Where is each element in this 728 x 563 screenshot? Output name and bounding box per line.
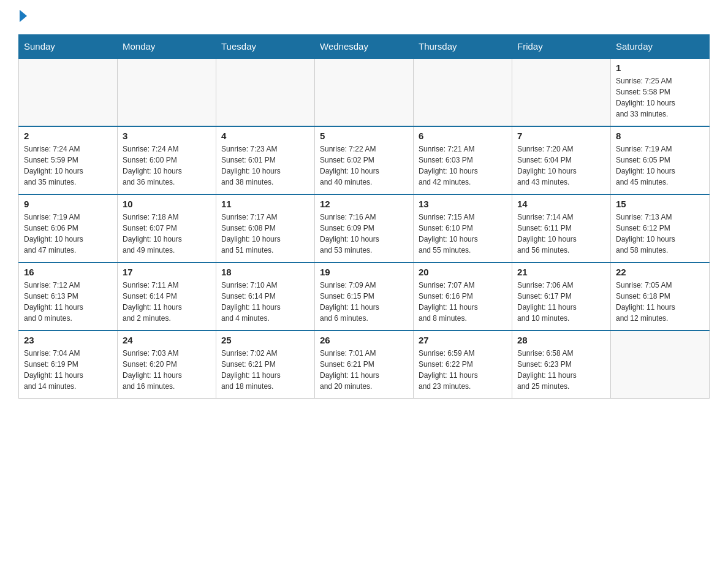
calendar-cell: 21Sunrise: 7:06 AMSunset: 6:17 PMDayligh… bbox=[512, 262, 611, 331]
calendar-cell bbox=[611, 331, 710, 399]
day-info: Sunrise: 7:24 AMSunset: 6:00 PMDaylight:… bbox=[123, 144, 211, 188]
calendar-cell bbox=[414, 58, 512, 126]
day-info: Sunrise: 7:09 AMSunset: 6:15 PMDaylight:… bbox=[320, 280, 408, 324]
day-number: 21 bbox=[517, 267, 605, 277]
calendar-cell bbox=[19, 58, 118, 126]
calendar-cell: 2Sunrise: 7:24 AMSunset: 5:59 PMDaylight… bbox=[19, 126, 118, 194]
calendar-cell: 6Sunrise: 7:21 AMSunset: 6:03 PMDaylight… bbox=[414, 126, 512, 194]
day-info: Sunrise: 7:14 AMSunset: 6:11 PMDaylight:… bbox=[517, 212, 605, 256]
weekday-header-wednesday: Wednesday bbox=[315, 35, 414, 59]
day-number: 23 bbox=[24, 335, 112, 345]
calendar-cell bbox=[118, 58, 216, 126]
calendar-cell: 5Sunrise: 7:22 AMSunset: 6:02 PMDaylight… bbox=[315, 126, 414, 194]
calendar-cell bbox=[315, 58, 414, 126]
week-row-3: 9Sunrise: 7:19 AMSunset: 6:06 PMDaylight… bbox=[19, 194, 710, 262]
day-info: Sunrise: 7:07 AMSunset: 6:16 PMDaylight:… bbox=[419, 280, 507, 324]
day-number: 16 bbox=[24, 267, 112, 277]
day-info: Sunrise: 7:25 AMSunset: 5:58 PMDaylight:… bbox=[616, 75, 704, 120]
day-info: Sunrise: 7:18 AMSunset: 6:07 PMDaylight:… bbox=[123, 212, 211, 256]
day-number: 3 bbox=[123, 131, 211, 141]
calendar-cell bbox=[216, 58, 315, 126]
calendar-cell: 4Sunrise: 7:23 AMSunset: 6:01 PMDaylight… bbox=[216, 126, 315, 194]
calendar-cell: 16Sunrise: 7:12 AMSunset: 6:13 PMDayligh… bbox=[19, 262, 118, 331]
day-number: 1 bbox=[616, 63, 704, 73]
day-info: Sunrise: 7:17 AMSunset: 6:08 PMDaylight:… bbox=[221, 212, 309, 256]
day-number: 17 bbox=[123, 267, 211, 277]
calendar-cell: 28Sunrise: 6:58 AMSunset: 6:23 PMDayligh… bbox=[512, 331, 611, 399]
day-number: 28 bbox=[517, 335, 605, 345]
day-info: Sunrise: 7:22 AMSunset: 6:02 PMDaylight:… bbox=[320, 144, 408, 188]
calendar-cell: 22Sunrise: 7:05 AMSunset: 6:18 PMDayligh… bbox=[611, 262, 710, 331]
calendar-cell: 13Sunrise: 7:15 AMSunset: 6:10 PMDayligh… bbox=[414, 194, 512, 262]
day-number: 9 bbox=[24, 199, 112, 209]
calendar-cell: 10Sunrise: 7:18 AMSunset: 6:07 PMDayligh… bbox=[118, 194, 216, 262]
day-number: 5 bbox=[320, 131, 408, 141]
day-number: 10 bbox=[123, 199, 211, 209]
calendar-cell: 7Sunrise: 7:20 AMSunset: 6:04 PMDaylight… bbox=[512, 126, 611, 194]
weekday-header-saturday: Saturday bbox=[611, 35, 710, 59]
calendar-cell: 27Sunrise: 6:59 AMSunset: 6:22 PMDayligh… bbox=[414, 331, 512, 399]
day-number: 25 bbox=[221, 335, 309, 345]
day-info: Sunrise: 7:13 AMSunset: 6:12 PMDaylight:… bbox=[616, 212, 704, 256]
day-number: 4 bbox=[221, 131, 309, 141]
day-info: Sunrise: 7:24 AMSunset: 5:59 PMDaylight:… bbox=[24, 144, 112, 188]
day-info: Sunrise: 7:04 AMSunset: 6:19 PMDaylight:… bbox=[24, 348, 112, 392]
day-number: 15 bbox=[616, 199, 704, 209]
day-number: 26 bbox=[320, 335, 408, 345]
weekday-header-tuesday: Tuesday bbox=[216, 35, 315, 59]
day-info: Sunrise: 7:15 AMSunset: 6:10 PMDaylight:… bbox=[419, 212, 507, 256]
week-row-1: 1Sunrise: 7:25 AMSunset: 5:58 PMDaylight… bbox=[19, 58, 710, 126]
day-info: Sunrise: 7:01 AMSunset: 6:21 PMDaylight:… bbox=[320, 348, 408, 392]
day-number: 27 bbox=[419, 335, 507, 345]
calendar-cell bbox=[512, 58, 611, 126]
logo-arrow-icon bbox=[20, 10, 27, 22]
day-number: 22 bbox=[616, 267, 704, 277]
calendar-header-row: SundayMondayTuesdayWednesdayThursdayFrid… bbox=[19, 35, 710, 59]
day-info: Sunrise: 7:23 AMSunset: 6:01 PMDaylight:… bbox=[221, 144, 309, 188]
day-info: Sunrise: 7:19 AMSunset: 6:05 PMDaylight:… bbox=[616, 144, 704, 188]
week-row-4: 16Sunrise: 7:12 AMSunset: 6:13 PMDayligh… bbox=[19, 262, 710, 331]
calendar-cell: 9Sunrise: 7:19 AMSunset: 6:06 PMDaylight… bbox=[19, 194, 118, 262]
day-number: 6 bbox=[419, 131, 507, 141]
day-number: 14 bbox=[517, 199, 605, 209]
page-header bbox=[18, 12, 710, 22]
calendar-cell: 12Sunrise: 7:16 AMSunset: 6:09 PMDayligh… bbox=[315, 194, 414, 262]
day-info: Sunrise: 7:19 AMSunset: 6:06 PMDaylight:… bbox=[24, 212, 112, 256]
weekday-header-sunday: Sunday bbox=[19, 35, 118, 59]
calendar-table: SundayMondayTuesdayWednesdayThursdayFrid… bbox=[18, 34, 710, 399]
weekday-header-monday: Monday bbox=[118, 35, 216, 59]
calendar-cell: 18Sunrise: 7:10 AMSunset: 6:14 PMDayligh… bbox=[216, 262, 315, 331]
day-info: Sunrise: 7:20 AMSunset: 6:04 PMDaylight:… bbox=[517, 144, 605, 188]
day-info: Sunrise: 6:59 AMSunset: 6:22 PMDaylight:… bbox=[419, 348, 507, 392]
day-number: 11 bbox=[221, 199, 309, 209]
day-info: Sunrise: 7:05 AMSunset: 6:18 PMDaylight:… bbox=[616, 280, 704, 324]
logo bbox=[18, 12, 27, 22]
day-info: Sunrise: 7:16 AMSunset: 6:09 PMDaylight:… bbox=[320, 212, 408, 256]
calendar-cell: 24Sunrise: 7:03 AMSunset: 6:20 PMDayligh… bbox=[118, 331, 216, 399]
day-info: Sunrise: 6:58 AMSunset: 6:23 PMDaylight:… bbox=[517, 348, 605, 392]
calendar-cell: 19Sunrise: 7:09 AMSunset: 6:15 PMDayligh… bbox=[315, 262, 414, 331]
calendar-cell: 15Sunrise: 7:13 AMSunset: 6:12 PMDayligh… bbox=[611, 194, 710, 262]
weekday-header-thursday: Thursday bbox=[414, 35, 512, 59]
day-info: Sunrise: 7:06 AMSunset: 6:17 PMDaylight:… bbox=[517, 280, 605, 324]
day-info: Sunrise: 7:21 AMSunset: 6:03 PMDaylight:… bbox=[419, 144, 507, 188]
calendar-cell: 11Sunrise: 7:17 AMSunset: 6:08 PMDayligh… bbox=[216, 194, 315, 262]
day-info: Sunrise: 7:11 AMSunset: 6:14 PMDaylight:… bbox=[123, 280, 211, 324]
calendar-cell: 8Sunrise: 7:19 AMSunset: 6:05 PMDaylight… bbox=[611, 126, 710, 194]
day-number: 19 bbox=[320, 267, 408, 277]
day-number: 12 bbox=[320, 199, 408, 209]
calendar-cell: 3Sunrise: 7:24 AMSunset: 6:00 PMDaylight… bbox=[118, 126, 216, 194]
day-info: Sunrise: 7:12 AMSunset: 6:13 PMDaylight:… bbox=[24, 280, 112, 324]
calendar-cell: 20Sunrise: 7:07 AMSunset: 6:16 PMDayligh… bbox=[414, 262, 512, 331]
calendar-cell: 25Sunrise: 7:02 AMSunset: 6:21 PMDayligh… bbox=[216, 331, 315, 399]
day-number: 8 bbox=[616, 131, 704, 141]
weekday-header-friday: Friday bbox=[512, 35, 611, 59]
day-number: 20 bbox=[419, 267, 507, 277]
day-number: 13 bbox=[419, 199, 507, 209]
day-info: Sunrise: 7:03 AMSunset: 6:20 PMDaylight:… bbox=[123, 348, 211, 392]
week-row-2: 2Sunrise: 7:24 AMSunset: 5:59 PMDaylight… bbox=[19, 126, 710, 194]
week-row-5: 23Sunrise: 7:04 AMSunset: 6:19 PMDayligh… bbox=[19, 331, 710, 399]
day-number: 18 bbox=[221, 267, 309, 277]
day-info: Sunrise: 7:10 AMSunset: 6:14 PMDaylight:… bbox=[221, 280, 309, 324]
calendar-cell: 17Sunrise: 7:11 AMSunset: 6:14 PMDayligh… bbox=[118, 262, 216, 331]
